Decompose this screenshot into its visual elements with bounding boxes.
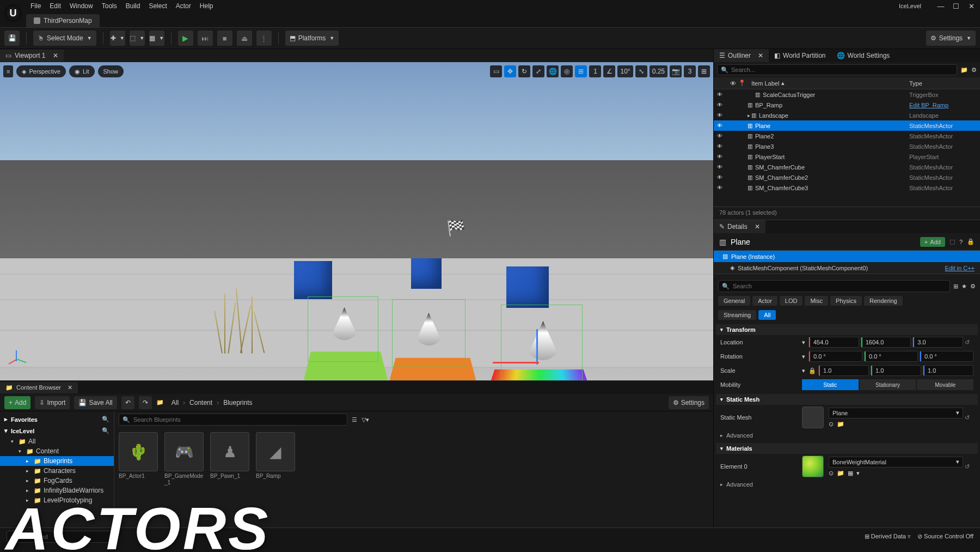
materials-header[interactable]: ▾Materials bbox=[716, 443, 978, 454]
content-browser-tab[interactable]: 📁 Content Browser ✕ bbox=[0, 382, 78, 393]
asset-thumbnail[interactable]: ♟BP_Pawn_1 bbox=[210, 432, 252, 480]
grid-snap[interactable]: ⊞ bbox=[575, 65, 587, 77]
viewport-3d[interactable]: ≡ ◈ Perspective ◉ Lit Show ▭ ✥ ↻ ⤢ 🌐 ◎ bbox=[0, 62, 713, 380]
map-tab[interactable]: ThirdPersonMap bbox=[26, 14, 100, 27]
stop-button[interactable]: ■ bbox=[217, 31, 232, 46]
mobility-stationary[interactable]: Stationary bbox=[860, 379, 916, 390]
menu-file[interactable]: File bbox=[30, 2, 41, 10]
world-partition-tab[interactable]: ◧ World Partition bbox=[769, 49, 831, 62]
scale-tool[interactable]: ⤢ bbox=[532, 65, 544, 77]
gizmo-z-axis[interactable] bbox=[536, 329, 538, 365]
scene-cube[interactable] bbox=[506, 266, 549, 308]
scene-cube[interactable] bbox=[294, 261, 332, 299]
asset-thumbnail[interactable]: 🌵BP_Actor1 bbox=[119, 432, 160, 480]
outliner-row[interactable]: 👁▥SM_ChamferCube2StaticMeshActor bbox=[714, 172, 980, 183]
use-icon[interactable]: 📁 bbox=[837, 470, 844, 477]
material-dropdown[interactable]: BoneWeightMaterial▾ bbox=[829, 457, 963, 468]
filter-icon[interactable]: ☰ bbox=[352, 416, 357, 423]
tree-node[interactable]: ▾📁All bbox=[0, 436, 114, 446]
reset-icon[interactable]: ↺ bbox=[965, 463, 973, 470]
outliner-row[interactable]: 👁▥SM_ChamferCubeStaticMeshActor bbox=[714, 162, 980, 172]
play-button[interactable]: ▶ bbox=[178, 31, 193, 46]
scale-y[interactable]: 1.0 bbox=[871, 365, 921, 376]
filter-rendering[interactable]: Rendering bbox=[864, 296, 903, 306]
eject-button[interactable]: ⏏ bbox=[237, 31, 252, 46]
menu-window[interactable]: Window bbox=[70, 2, 93, 10]
mobility-static[interactable]: Static bbox=[802, 379, 859, 390]
derived-data[interactable]: ⊞ Derived Data ▿ bbox=[865, 533, 911, 540]
asset-search-input[interactable] bbox=[133, 416, 344, 423]
rotation-z[interactable]: 0.0 ° bbox=[920, 351, 973, 362]
crumb[interactable]: Content bbox=[189, 399, 212, 407]
reset-icon[interactable]: ↺ bbox=[965, 339, 973, 346]
outliner-row[interactable]: 👁▥PlayerStartPlayerStart bbox=[714, 151, 980, 162]
grid-snap-value[interactable]: 1 bbox=[589, 65, 601, 77]
outliner-row[interactable]: 👁▥BP_RampEdit BP_Ramp bbox=[714, 100, 980, 110]
source-control[interactable]: ⊘ Source Control Off bbox=[917, 533, 973, 540]
rotate-tool[interactable]: ↻ bbox=[518, 65, 530, 77]
filter-misc[interactable]: Misc bbox=[805, 296, 828, 306]
use-icon[interactable]: 📁 bbox=[837, 421, 844, 428]
blueprint-icon[interactable]: ⬚ bbox=[950, 238, 955, 245]
outliner-row[interactable]: 👁▥SM_ChamferCube3StaticMeshActor bbox=[714, 183, 980, 193]
gizmo-x-axis[interactable] bbox=[493, 362, 539, 363]
gear-icon[interactable]: ⚙ bbox=[970, 283, 976, 290]
tree-node[interactable]: ▾📁Content bbox=[0, 446, 114, 456]
browse-icon[interactable]: ⊙ bbox=[829, 421, 834, 428]
maximize-button[interactable]: ☐ bbox=[952, 2, 960, 10]
filter-actor[interactable]: Actor bbox=[752, 296, 777, 306]
component-instance[interactable]: ▥ Plane (Instance) bbox=[714, 251, 980, 262]
tree-node[interactable]: ▸📁Blueprints bbox=[0, 456, 114, 466]
lock-icon[interactable]: 🔒 bbox=[808, 367, 816, 374]
skip-button[interactable]: ⏭ bbox=[198, 31, 213, 46]
transform-header[interactable]: ▾Transform bbox=[716, 324, 978, 335]
asset-thumbnail[interactable]: ◢BP_Ramp bbox=[256, 432, 297, 480]
outliner-search[interactable]: 🔍 bbox=[717, 64, 957, 75]
chevron-down-icon[interactable]: ▾ bbox=[856, 470, 860, 477]
details-search-input[interactable] bbox=[733, 283, 946, 289]
asset-thumbnail[interactable]: 🎮BP_GameMode_1 bbox=[164, 432, 206, 486]
select-tool[interactable]: ▭ bbox=[490, 65, 502, 77]
help-icon[interactable]: ? bbox=[959, 239, 963, 245]
advanced-toggle[interactable]: ▸Advanced bbox=[716, 479, 978, 490]
filter-lod[interactable]: LOD bbox=[780, 296, 803, 306]
save-button[interactable]: 💾 bbox=[4, 31, 20, 46]
texture-icon[interactable]: ▦ bbox=[848, 470, 853, 477]
coord-space[interactable]: 🌐 bbox=[547, 65, 559, 77]
close-icon[interactable]: ✕ bbox=[68, 384, 72, 391]
browse-icon[interactable]: ⊙ bbox=[829, 470, 834, 477]
mobility-movable[interactable]: Movable bbox=[917, 379, 973, 390]
close-icon[interactable]: ✕ bbox=[758, 52, 763, 59]
outliner-row[interactable]: 👁▥PlaneStaticMeshActor bbox=[714, 120, 980, 131]
import-button[interactable]: ⇩ Import bbox=[35, 396, 70, 409]
outliner-row[interactable]: 👁▥ScaleCactusTriggerTriggerBox bbox=[714, 89, 980, 100]
rotation-y[interactable]: 0.0 ° bbox=[864, 351, 918, 362]
history-back[interactable]: ↶ bbox=[121, 396, 134, 409]
star-icon[interactable]: ★ bbox=[961, 283, 967, 290]
outliner-tab[interactable]: ☰ Outliner✕ bbox=[714, 49, 769, 62]
scale-snap[interactable]: ⤡ bbox=[635, 65, 647, 77]
scene-cube[interactable] bbox=[411, 258, 442, 289]
advanced-toggle[interactable]: ▸Advanced bbox=[716, 430, 978, 441]
lock-icon[interactable]: 🔒 bbox=[967, 238, 975, 245]
maximize-viewport[interactable]: ⊞ bbox=[698, 65, 710, 77]
material-thumbnail[interactable] bbox=[802, 456, 824, 477]
location-z[interactable]: 3.0 bbox=[912, 337, 963, 348]
menu-select[interactable]: Select bbox=[149, 2, 167, 10]
close-icon[interactable]: ✕ bbox=[755, 223, 760, 230]
marketplace-button[interactable]: ⬚▼ bbox=[130, 31, 145, 46]
component-static-mesh[interactable]: ◈ StaticMeshComponent (StaticMeshCompone… bbox=[714, 262, 980, 274]
add-component-button[interactable]: + Add bbox=[920, 237, 945, 247]
mesh-dropdown[interactable]: Plane▾ bbox=[829, 408, 963, 418]
viewport-menu[interactable]: ≡ bbox=[3, 65, 13, 77]
crumb[interactable]: All bbox=[171, 399, 179, 407]
scale-x[interactable]: 1.0 bbox=[818, 365, 869, 376]
angle-snap[interactable]: ∠ bbox=[603, 65, 615, 77]
outliner-search-input[interactable] bbox=[731, 66, 953, 73]
play-options-button[interactable]: ⋮ bbox=[256, 31, 272, 46]
add-content-button[interactable]: ✚▼ bbox=[110, 31, 125, 46]
history-fwd[interactable]: ↷ bbox=[139, 396, 152, 409]
close-button[interactable]: ✕ bbox=[967, 2, 976, 10]
tree-node[interactable]: ▸📁FogCards bbox=[0, 476, 114, 486]
filter-all[interactable]: All bbox=[758, 310, 776, 320]
